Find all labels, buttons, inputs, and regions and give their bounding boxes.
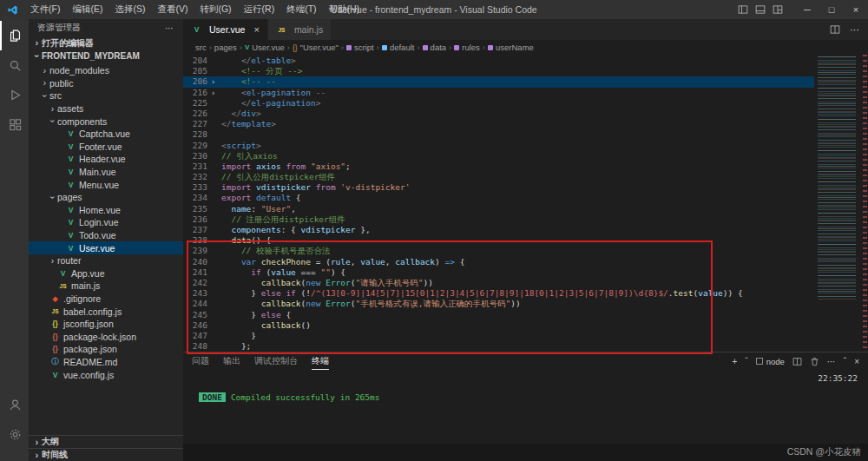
project-root-section[interactable]: › FRONTEND_MYDREAM — [29, 49, 183, 63]
tree-item[interactable]: ›pages — [29, 191, 183, 204]
tree-item[interactable]: VHome.vue — [29, 204, 183, 217]
code-line[interactable]: 206› <!-- -- — [183, 76, 814, 87]
tree-item[interactable]: ›public — [29, 77, 183, 90]
kill-terminal-icon[interactable] — [810, 357, 819, 366]
code-line[interactable]: 230// 引入axios — [183, 151, 814, 161]
close-window-button[interactable]: × — [844, 0, 868, 19]
code-line[interactable]: 235 name: "User", — [183, 204, 814, 214]
tree-item[interactable]: ›node_modules — [29, 64, 183, 77]
more-actions-icon[interactable]: ⋯ — [850, 24, 859, 36]
breadcrumb-item[interactable]: default — [382, 43, 415, 52]
open-editors-section[interactable]: › 打开的编辑器 — [29, 36, 183, 49]
maximize-panel-icon[interactable]: ˆ — [844, 357, 846, 366]
code-line[interactable]: 241 if (value === "") { — [183, 267, 814, 278]
code-line[interactable]: 245 } else { — [183, 310, 814, 320]
fold-chevron-icon[interactable]: › — [207, 76, 219, 87]
breadcrumb-item[interactable]: pages — [214, 43, 237, 52]
code-line[interactable]: 234export default { — [183, 193, 814, 203]
tree-item[interactable]: VMenu.vue — [29, 178, 183, 191]
code-line[interactable]: 239 // 校验手机号是否合法 — [183, 246, 814, 256]
tree-item[interactable]: {}jsconfig.json — [29, 318, 183, 331]
customize-layout-icon[interactable] — [773, 4, 783, 15]
panel-tab[interactable]: 输出 — [223, 353, 240, 370]
code-line[interactable]: 233import vdistpicker from 'v-distpicker… — [183, 182, 814, 193]
tree-item[interactable]: JSbabel.config.js — [29, 305, 183, 318]
fold-chevron-icon[interactable]: › — [207, 88, 219, 98]
code-line[interactable]: 228 — [183, 129, 814, 140]
menu-item[interactable]: 查看(V) — [151, 3, 194, 16]
tree-item[interactable]: ›assets — [29, 102, 183, 115]
code-line[interactable]: 246 callback() — [183, 320, 814, 331]
tree-item[interactable]: ›router — [29, 254, 183, 267]
editor-tab[interactable]: JSmain.js — [268, 19, 332, 40]
code-line[interactable]: 232// 引入公用distpicker组件 — [183, 172, 814, 182]
tree-item[interactable]: VApp.vue — [29, 267, 183, 280]
minimap[interactable] — [814, 55, 868, 352]
menu-item[interactable]: 运行(R) — [238, 3, 281, 16]
code-line[interactable]: 238 data() { — [183, 235, 814, 246]
tree-item[interactable]: VTodo.vue — [29, 229, 183, 242]
extensions-icon[interactable] — [0, 109, 29, 139]
split-terminal-icon[interactable] — [792, 357, 802, 366]
toggle-panel-icon[interactable] — [755, 4, 766, 15]
account-icon[interactable] — [0, 390, 29, 419]
panel-tab[interactable]: 调试控制台 — [254, 353, 298, 370]
terminal-output[interactable]: DONECompiled successfully in 265ms22:35:… — [183, 370, 868, 461]
terminal-selector[interactable]: node — [756, 357, 785, 366]
menu-item[interactable]: 终端(T) — [280, 3, 322, 16]
menu-item[interactable]: 帮助(H) — [323, 3, 366, 16]
panel-tab[interactable]: 问题 — [192, 353, 209, 370]
menu-item[interactable]: 文件(F) — [24, 3, 66, 16]
code-line[interactable]: 240 var checkPhone = (rule, value, callb… — [183, 257, 814, 267]
breadcrumb-item[interactable]: VUser.vue — [245, 43, 285, 52]
code-line[interactable]: 243 } else if (!/^(13[0-9]|14[5|7]|15[0|… — [183, 288, 814, 299]
run-debug-icon[interactable] — [0, 80, 29, 109]
code-line[interactable]: 227</template> — [183, 119, 814, 129]
menu-item[interactable]: 编辑(E) — [66, 3, 108, 16]
code-line[interactable]: 244 callback(new Error("手机号格式有误,请输入正确的手机… — [183, 299, 814, 309]
menu-item[interactable]: 转到(G) — [194, 3, 237, 16]
tree-item[interactable]: VFooter.vue — [29, 141, 183, 154]
tree-item[interactable]: VMain.vue — [29, 166, 183, 179]
breadcrumb-item[interactable]: userName — [488, 43, 534, 52]
tree-item[interactable]: ⓘREADME.md — [29, 356, 183, 369]
code-line[interactable]: 216› <el-pagination -- — [183, 88, 814, 98]
search-icon[interactable] — [0, 50, 29, 80]
breadcrumb-item[interactable]: {}"User.vue" — [293, 43, 339, 52]
code-line[interactable]: 236 // 注册公用distpicker组件 — [183, 214, 814, 225]
code-editor[interactable]: 204 </el-table>205 <!-- 分页 -->206› <!-- … — [183, 55, 814, 352]
tree-item[interactable]: ›components — [29, 115, 183, 128]
close-panel-icon[interactable]: × — [854, 357, 859, 366]
code-line[interactable]: 231import axios from "axios"; — [183, 161, 814, 172]
breadcrumb-item[interactable]: script — [346, 43, 374, 52]
code-line[interactable]: 247 } — [183, 331, 814, 341]
tree-item[interactable]: Vvue.config.js — [29, 368, 183, 381]
tree-item[interactable]: VCaptcha.vue — [29, 128, 183, 141]
tree-item[interactable]: {}package.json — [29, 343, 183, 356]
tree-item[interactable]: VHeader.vue — [29, 153, 183, 166]
code-line[interactable]: 237 components: { vdistpicker }, — [183, 225, 814, 235]
code-line[interactable]: 226 </div> — [183, 109, 814, 119]
code-line[interactable]: 225 </el-pagination> — [183, 98, 814, 109]
close-icon[interactable]: × — [253, 24, 259, 35]
tree-item[interactable]: ◆.gitignore — [29, 293, 183, 306]
maximize-button[interactable]: □ — [819, 0, 844, 19]
breadcrumb-item[interactable]: src — [195, 43, 207, 52]
toggle-sidebar-icon[interactable] — [738, 4, 748, 15]
code-line[interactable]: 205 <!-- 分页 --> — [183, 66, 814, 76]
panel-tab[interactable]: 终端 — [312, 353, 329, 370]
tree-item[interactable]: JSmain.js — [29, 280, 183, 293]
tree-item[interactable]: VLogin.vue — [29, 216, 183, 229]
minimize-button[interactable]: ─ — [795, 0, 819, 19]
code-line[interactable]: 204 </el-table> — [183, 56, 814, 66]
tree-item[interactable]: ›src — [29, 89, 183, 102]
tree-item[interactable]: VUser.vue — [29, 241, 183, 254]
sidebar-section[interactable]: ›大纲 — [29, 435, 183, 448]
breadcrumb-item[interactable]: rules — [454, 43, 480, 52]
more-actions-icon[interactable]: ⋯ — [827, 357, 836, 366]
new-terminal-icon[interactable]: + — [732, 357, 737, 366]
code-line[interactable]: 248 }; — [183, 341, 814, 352]
split-editor-icon[interactable] — [830, 24, 840, 35]
breadcrumb-item[interactable]: data — [423, 43, 447, 52]
menu-item[interactable]: 选择(S) — [108, 3, 151, 16]
